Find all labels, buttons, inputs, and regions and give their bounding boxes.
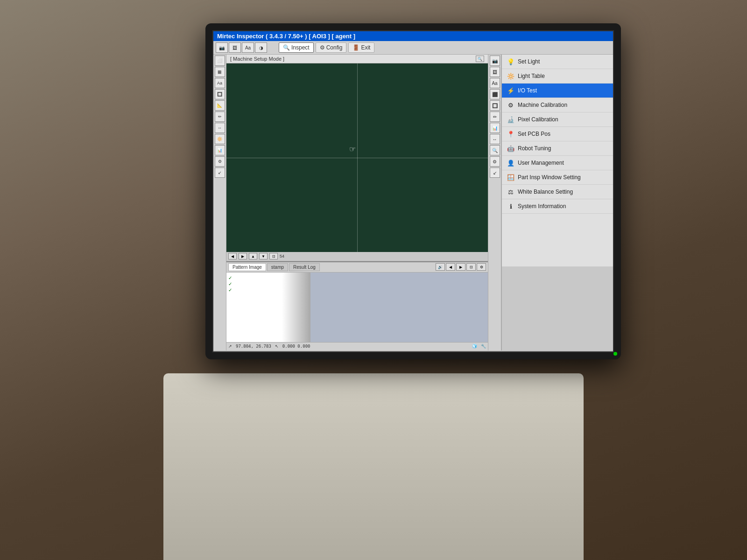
zero-coords: 0.000 0.000 [282, 344, 310, 349]
tab-result-log[interactable]: Result Log [289, 263, 320, 271]
menu-item-user-management[interactable]: 👤User Management [502, 156, 613, 170]
left-tool-2[interactable]: ▦ [215, 67, 225, 77]
check-mark-3: ✓ [228, 287, 232, 293]
config-button[interactable]: ⚙ Config [316, 42, 347, 53]
bottom-panel: Pattern Image stamp Result Log 🔊 ◀ ▶ ⊡ ⚙ [226, 261, 488, 342]
inspect-icon: 🔍 [283, 44, 290, 51]
menu-label-pixel-calibration: Pixel Calibration [518, 116, 558, 123]
bottom-left-panel: ✓ ✓ ✓ [226, 273, 310, 342]
menu-item-set-light[interactable]: 💡Set Light [502, 55, 613, 69]
monitor: Mirtec Inspector ( 3.4.3 / 7.50+ ) [ AOI… [205, 23, 626, 387]
menu-icon-pixel-calibration: 🔬 [507, 115, 515, 124]
left-tool-10[interactable]: ⚙ [215, 156, 225, 167]
right-icon-4[interactable]: ⬛ [490, 89, 500, 99]
bottom-right-panel [310, 273, 488, 342]
center-panel: [ Machine Setup Mode ] 🔍 ☞ ◀ [226, 55, 488, 350]
right-icon-10[interactable]: ⚙ [490, 156, 500, 167]
right-icon-11[interactable]: ↙ [490, 168, 500, 178]
tab-stamp[interactable]: stamp [267, 263, 288, 271]
title-bar: Mirtec Inspector ( 3.4.3 / 7.50+ ) [ AOI… [213, 31, 613, 41]
status-bar: ↗ 97.804, 26.783 ↖ 0.000 0.000 🧊 🔧 [226, 342, 488, 350]
menu-item-io-test[interactable]: ⚡I/O Test [502, 84, 613, 98]
left-tool-9[interactable]: 📊 [215, 145, 225, 155]
menu-label-user-management: User Management [518, 160, 564, 166]
nav-down-btn[interactable]: ▼ [259, 253, 268, 259]
menu-icon-io-test: ⚡ [507, 86, 515, 95]
right-icon-6[interactable]: ✏ [490, 112, 500, 122]
right-icon-5[interactable]: 🔲 [490, 100, 500, 111]
cube-icon: 🧊 [472, 344, 477, 349]
right-icon-8[interactable]: ↔ [490, 134, 500, 144]
config-label: Config [326, 44, 343, 51]
wrench-icon: 🔧 [481, 344, 486, 349]
main-layout: ⬜ ▦ Aa 🔲 📐 ✏ ↔ 🔆 📊 ⚙ ↙ [ Machine [213, 55, 613, 350]
menu-item-white-balance[interactable]: ⚖White Balance Setting [502, 185, 613, 199]
menu-label-white-balance: White Balance Setting [518, 189, 573, 195]
menu-item-pixel-calibration[interactable]: 🔬Pixel Calibration [502, 112, 613, 127]
nav-zoom-icon[interactable]: 🔍 [476, 56, 484, 62]
menu-label-set-light: Set Light [518, 58, 540, 65]
left-toolbar: ⬜ ▦ Aa 🔲 📐 ✏ ↔ 🔆 📊 ⚙ ↙ [213, 55, 226, 350]
right-icon-3[interactable]: Aa [490, 78, 500, 88]
exit-button[interactable]: 🚪 Exit [348, 42, 374, 53]
menu-item-machine-calibration[interactable]: ⚙Machine Calibration [502, 98, 613, 112]
inspect-button[interactable]: 🔍 Inspect [279, 42, 314, 53]
right-icon-7[interactable]: 📊 [490, 123, 500, 133]
exit-icon: 🚪 [352, 44, 359, 51]
power-indicator [613, 352, 617, 356]
right-icon-1[interactable]: 📷 [490, 56, 500, 66]
menu-label-set-pcb-pos: Set PCB Pos [518, 131, 550, 137]
left-tool-6[interactable]: ✏ [215, 112, 225, 122]
right-menu-panel: 💡Set Light🔆Light Table⚡I/O Test⚙Machine … [501, 55, 613, 350]
monitor-bezel: Mirtec Inspector ( 3.4.3 / 7.50+ ) [ AOI… [205, 23, 621, 359]
left-tool-7[interactable]: ↔ [215, 123, 225, 133]
nav-left[interactable]: ◀ [228, 253, 237, 259]
left-tool-5[interactable]: 📐 [215, 100, 225, 111]
app-title: Mirtec Inspector ( 3.4.3 / 7.50+ ) [ AOI… [217, 33, 355, 40]
top-toolbar: 📷 🖼 Aa ◑ 🔍 Inspect ⚙ Config 🚪 Exit [213, 41, 613, 55]
menu-label-robot-tuning: Robot Tuning [518, 145, 551, 152]
monitor-screen: Mirtec Inspector ( 3.4.3 / 7.50+ ) [ AOI… [212, 30, 614, 352]
nav-page-label: 54 [280, 254, 284, 259]
tab-bar: Pattern Image stamp Result Log 🔊 ◀ ▶ ⊡ ⚙ [226, 262, 488, 273]
left-tool-3[interactable]: Aa [215, 78, 225, 88]
coordinates: 97.804, 26.783 [236, 344, 271, 349]
menu-label-io-test: I/O Test [518, 87, 537, 94]
tab-icon-5[interactable]: ⚙ [477, 263, 486, 271]
left-tool-1[interactable]: ⬜ [215, 56, 225, 66]
tab-icon-1[interactable]: 🔊 [436, 263, 445, 271]
tab-icon-2[interactable]: ◀ [446, 263, 455, 271]
pcb-main-view[interactable]: ☞ [226, 63, 488, 252]
menu-label-system-info: System Information [518, 203, 566, 210]
toolbar-icon-2[interactable]: 🖼 [229, 42, 241, 53]
exit-label: Exit [361, 44, 370, 51]
menu-icon-machine-calibration: ⚙ [507, 101, 515, 109]
nav-fit[interactable]: ⊡ [269, 253, 278, 259]
tab-icon-3[interactable]: ▶ [456, 263, 465, 271]
inspect-label: Inspect [291, 44, 310, 51]
right-icon-9[interactable]: 🔍 [490, 145, 500, 155]
menu-item-part-insp-window[interactable]: 🪟Part Insp Window Setting [502, 170, 613, 185]
right-icon-2[interactable]: 🖼 [490, 67, 500, 77]
menu-item-robot-tuning[interactable]: 🤖Robot Tuning [502, 141, 613, 156]
left-tool-8[interactable]: 🔆 [215, 134, 225, 144]
menu-icon-part-insp-window: 🪟 [507, 173, 515, 182]
bottom-content: ✓ ✓ ✓ [226, 273, 488, 342]
nav-right[interactable]: ▶ [239, 253, 247, 259]
menu-item-light-table[interactable]: 🔆Light Table [502, 69, 613, 84]
tab-icon-4[interactable]: ⊡ [466, 263, 476, 271]
menu-item-set-pcb-pos[interactable]: 📍Set PCB Pos [502, 127, 613, 141]
menu-label-light-table: Light Table [518, 73, 545, 79]
toolbar-icon-1[interactable]: 📷 [216, 42, 228, 53]
mode-label: [ Machine Setup Mode ] [230, 56, 284, 62]
menu-label-part-insp-window: Part Insp Window Setting [518, 174, 581, 181]
left-tool-11[interactable]: ↙ [215, 168, 225, 178]
monitor-stand [163, 373, 584, 560]
left-tool-4[interactable]: 🔲 [215, 89, 225, 99]
nav-up[interactable]: ▲ [249, 253, 257, 259]
toolbar-icon-3[interactable]: Aa [242, 42, 254, 53]
tab-pattern-image[interactable]: Pattern Image [228, 263, 266, 271]
cursor-icon: ↖ [275, 344, 279, 349]
menu-item-system-info[interactable]: ℹSystem Information [502, 199, 613, 214]
toolbar-icon-4[interactable]: ◑ [255, 42, 267, 53]
